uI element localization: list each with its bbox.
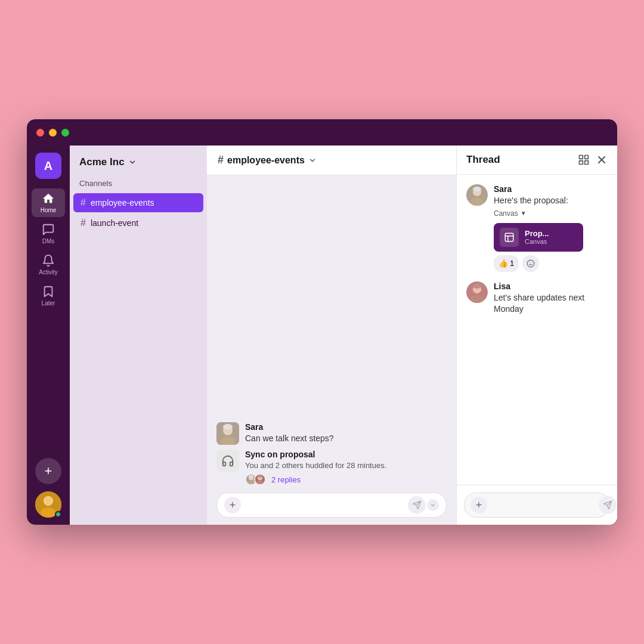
thread-lisa-name: Lisa xyxy=(494,281,608,291)
add-button[interactable]: + xyxy=(35,458,61,484)
thread-lisa-text: Let's share updates next Monday xyxy=(494,292,608,315)
thread-message-lisa: Lisa Let's share updates next Monday xyxy=(466,281,608,315)
thread-popout-button[interactable] xyxy=(578,154,590,166)
channel-hash: # xyxy=(218,154,224,166)
thread-send-icon xyxy=(603,500,612,510)
sara-avatar-image xyxy=(216,422,239,445)
channel-list: Acme Inc Channels # employee-events # la… xyxy=(70,145,207,525)
chat-send-area xyxy=(408,496,439,514)
huddle-icon-wrap xyxy=(216,450,239,472)
reply-avatars xyxy=(245,473,263,485)
sidebar-item-activity[interactable]: Activity xyxy=(32,250,65,279)
bell-icon xyxy=(42,254,55,267)
canvas-attachment-type: Canvas xyxy=(525,238,549,245)
sidebar: A Home DMs Activity xyxy=(27,145,70,525)
canvas-attachment-icon xyxy=(500,228,519,247)
sara-avatar xyxy=(216,422,239,445)
hash-icon: # xyxy=(80,197,86,208)
canvas-attachment-name: Prop... xyxy=(525,229,549,238)
thread-messages: Sara Here's the proposal: Canvas ▼ xyxy=(457,175,617,485)
title-bar xyxy=(27,119,617,145)
canvas-dropdown-icon: ▼ xyxy=(521,210,527,216)
workspace-icon[interactable]: A xyxy=(35,153,61,179)
sidebar-item-dms[interactable]: DMs xyxy=(32,219,65,248)
chevron-down-icon xyxy=(308,156,317,165)
chat-header: # employee-events xyxy=(207,145,456,175)
app-body: A Home DMs Activity xyxy=(27,145,617,525)
svg-rect-28 xyxy=(505,233,513,242)
reply-avatar-lisa xyxy=(255,475,265,484)
sidebar-item-dms-label: DMs xyxy=(42,238,55,244)
canvas-attachment[interactable]: Prop... Canvas xyxy=(494,223,583,252)
thread-close-button[interactable] xyxy=(596,154,608,166)
svg-point-27 xyxy=(473,187,481,191)
huddle-title: Sync on proposal xyxy=(245,450,447,459)
user-avatar-wrap[interactable] xyxy=(35,491,61,518)
thread-message-sara: Sara Here's the proposal: Canvas ▼ xyxy=(466,184,608,272)
replies-row: 2 replies xyxy=(245,473,447,485)
svg-rect-21 xyxy=(580,161,583,165)
canvas-attachment-info: Prop... Canvas xyxy=(525,229,549,245)
thread-sara-avatar xyxy=(466,184,488,206)
thread-sara-avatar-image xyxy=(466,184,488,206)
thread-sara-content: Sara Here's the proposal: Canvas ▼ xyxy=(494,184,608,272)
canvas-tag[interactable]: Canvas ▼ xyxy=(494,209,527,218)
reaction-thumbsup[interactable]: 👍 1 xyxy=(494,255,519,272)
thread-input-bar: + xyxy=(457,485,617,525)
canvas-label: Canvas xyxy=(494,209,518,218)
chat-input-bar: + xyxy=(207,485,456,525)
home-icon xyxy=(42,192,55,205)
chevron-down-small-icon xyxy=(430,502,436,508)
online-status-dot xyxy=(55,511,61,518)
app-window: A Home DMs Activity xyxy=(27,119,617,525)
svg-point-3 xyxy=(45,497,52,504)
svg-point-15 xyxy=(258,475,262,478)
chat-channel-name: employee-events xyxy=(227,155,305,166)
message-sara: Sara Can we talk next steps? xyxy=(216,422,447,445)
chat-input-plus-button[interactable]: + xyxy=(224,497,241,513)
workspace-name: Acme Inc xyxy=(79,156,125,168)
chat-input-box: + xyxy=(216,493,447,518)
replies-link[interactable]: 2 replies xyxy=(271,475,301,484)
svg-rect-18 xyxy=(580,156,583,159)
sara-name: Sara xyxy=(245,422,447,432)
dms-icon xyxy=(42,223,55,236)
sidebar-item-later[interactable]: Later xyxy=(32,281,65,310)
svg-point-7 xyxy=(223,424,233,430)
reactions-row: 👍 1 xyxy=(494,255,608,272)
thread-input-box: + xyxy=(464,493,610,518)
svg-rect-19 xyxy=(585,156,589,159)
maximize-button[interactable] xyxy=(61,129,69,137)
channel-name: employee-events xyxy=(91,198,154,208)
sidebar-item-home-label: Home xyxy=(41,207,57,213)
chat-send-button[interactable] xyxy=(408,496,426,514)
chat-messages: Sara Can we talk next steps? Sync xyxy=(207,175,456,485)
channels-section-label: Channels xyxy=(70,177,207,193)
canvas-doc-icon xyxy=(504,232,515,243)
thread-input-plus-button[interactable]: + xyxy=(470,497,487,513)
channel-name: launch-event xyxy=(91,218,138,228)
thread-input-field[interactable] xyxy=(491,500,595,510)
sidebar-item-home[interactable]: Home xyxy=(32,188,65,217)
close-button[interactable] xyxy=(36,129,44,137)
thread-lisa-avatar xyxy=(466,281,488,303)
thread-panel: Thread xyxy=(456,145,617,525)
thread-sara-text: Here's the proposal: xyxy=(494,195,608,207)
minimize-button[interactable] xyxy=(49,129,57,137)
popout-icon xyxy=(578,154,590,166)
thread-lisa-content: Lisa Let's share updates next Monday xyxy=(494,281,608,315)
send-chevron-button[interactable] xyxy=(427,499,439,511)
thread-header: Thread xyxy=(457,145,617,175)
bookmark-icon xyxy=(42,285,55,298)
reaction-add-button[interactable] xyxy=(522,255,539,272)
workspace-name-header[interactable]: Acme Inc xyxy=(70,145,207,177)
huddle-text: You and 2 others huddled for 28 mintues. xyxy=(245,460,447,471)
svg-point-11 xyxy=(249,475,253,478)
channel-item-employee-events[interactable]: # employee-events xyxy=(73,193,203,212)
reply-avatar-2 xyxy=(254,473,266,485)
channel-item-launch-event[interactable]: # launch-event xyxy=(73,213,203,233)
thread-send-button[interactable] xyxy=(599,496,617,514)
main-chat: # employee-events xyxy=(207,145,456,525)
headphones-icon xyxy=(221,454,234,467)
chat-input-field[interactable] xyxy=(246,500,403,510)
